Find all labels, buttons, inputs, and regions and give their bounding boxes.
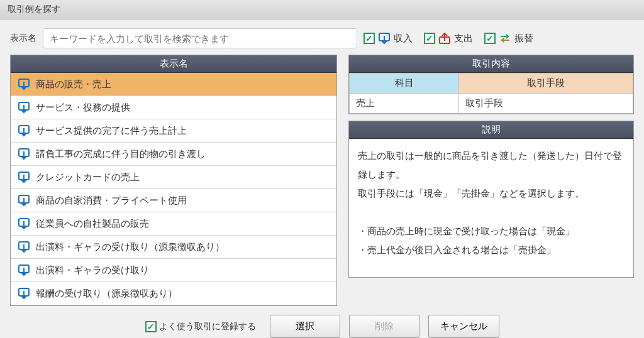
list-panel: 表示名 商品の販売・売上サービス・役務の提供サービス提供の完了に伴う売上計上請負…: [10, 55, 337, 306]
income-icon: [17, 124, 31, 137]
filter-transfer-label: 振替: [514, 33, 533, 45]
list-item[interactable]: 従業員への自社製品の販売: [11, 212, 336, 236]
list-item[interactable]: 商品の販売・売上: [11, 73, 336, 96]
income-icon: [17, 241, 31, 253]
list-item[interactable]: 出演料・ギャラの受け取り: [11, 259, 336, 282]
list-item-label: サービス・役務の提供: [36, 102, 130, 114]
filter-bar: 表示名 収入 支出 振替: [0, 19, 644, 55]
transfer-icon: [498, 32, 512, 45]
list-item[interactable]: 報酬の受け取り（源泉徴収あり）: [11, 282, 336, 305]
list-item-label: 出演料・ギャラの受け取り（源泉徴収あり）: [36, 241, 225, 253]
income-icon: [17, 194, 31, 207]
cancel-button[interactable]: キャンセル: [428, 315, 499, 338]
checkbox-icon: [424, 33, 435, 44]
filter-income-label: 収入: [394, 33, 413, 45]
search-input[interactable]: [43, 28, 357, 48]
description-panel: 説明 売上の取引は一般的に商品を引き渡した（発送した）日付で登録します。 取引手…: [348, 121, 634, 278]
desc-bullet: ・商品の売上時に現金で受け取った場合は「現金」: [358, 222, 625, 241]
detail-method-value: 取引手段: [459, 94, 633, 114]
desc-line: 取引手段には「現金」「売掛金」などを選択します。: [358, 184, 625, 203]
list-item[interactable]: サービス・役務の提供: [11, 96, 336, 119]
checkbox-icon: [484, 33, 496, 44]
filter-expense-label: 支出: [454, 33, 473, 45]
detail-subject-header: 科目: [350, 74, 459, 94]
list-item-label: 請負工事の完成に伴う目的物の引き渡し: [36, 148, 206, 160]
income-icon: [377, 32, 391, 45]
income-icon: [17, 264, 31, 276]
list-header: 表示名: [11, 55, 336, 73]
select-button[interactable]: 選択: [270, 315, 340, 338]
income-icon: [17, 217, 31, 230]
list-item-label: サービス提供の完了に伴う売上計上: [36, 125, 187, 137]
list-body[interactable]: 商品の販売・売上サービス・役務の提供サービス提供の完了に伴う売上計上請負工事の完…: [11, 73, 336, 305]
description-header: 説明: [349, 121, 633, 139]
favorite-check[interactable]: よく使う取引に登録する: [145, 321, 256, 332]
list-item[interactable]: 出演料・ギャラの受け取り（源泉徴収あり）: [11, 236, 336, 259]
desc-bullet: ・売上代金が後日入金される場合は「売掛金」: [358, 241, 625, 259]
search-label: 表示名: [10, 33, 36, 44]
checkbox-icon: [145, 321, 157, 332]
income-icon: [17, 287, 31, 300]
income-icon: [17, 171, 31, 183]
checkbox-icon: [364, 33, 375, 44]
list-item[interactable]: 商品の自家消費・プライベート使用: [11, 189, 336, 212]
window-title: 取引例を探す: [0, 0, 644, 19]
list-item-label: 商品の自家消費・プライベート使用: [36, 195, 187, 207]
income-icon: [17, 78, 31, 90]
detail-method-header: 取引手段: [459, 74, 633, 94]
desc-line: 売上の取引は一般的に商品を引き渡した（発送した）日付で登録します。: [358, 146, 625, 184]
filter-income[interactable]: 収入: [364, 32, 413, 45]
detail-subject-value: 売上: [350, 94, 459, 114]
income-icon: [17, 101, 31, 114]
list-item-label: 出演料・ギャラの受け取り: [36, 264, 149, 276]
list-item-label: 従業員への自社製品の販売: [36, 218, 149, 230]
delete-button[interactable]: 削除: [349, 315, 419, 338]
footer-bar: よく使う取引に登録する 選択 削除 キャンセル: [0, 306, 644, 338]
list-item[interactable]: 請負工事の完成に伴う目的物の引き渡し: [11, 143, 336, 166]
list-item[interactable]: サービス提供の完了に伴う売上計上: [11, 119, 336, 143]
expense-icon: [438, 32, 452, 45]
detail-panel: 取引内容 科目 取引手段 売上 取引手段: [348, 55, 634, 114]
list-item-label: 報酬の受け取り（源泉徴収あり）: [36, 288, 177, 300]
list-item[interactable]: クレジットカードの売上: [11, 166, 336, 189]
list-item-label: クレジットカードの売上: [36, 172, 140, 183]
description-body[interactable]: 売上の取引は一般的に商品を引き渡した（発送した）日付で登録します。 取引手段には…: [349, 139, 633, 277]
filter-transfer[interactable]: 振替: [484, 32, 533, 45]
income-icon: [17, 148, 31, 160]
list-item-label: 商品の販売・売上: [36, 79, 111, 90]
filter-expense[interactable]: 支出: [424, 32, 473, 45]
detail-header: 取引内容: [349, 55, 633, 73]
favorite-label: よく使う取引に登録する: [159, 321, 256, 332]
